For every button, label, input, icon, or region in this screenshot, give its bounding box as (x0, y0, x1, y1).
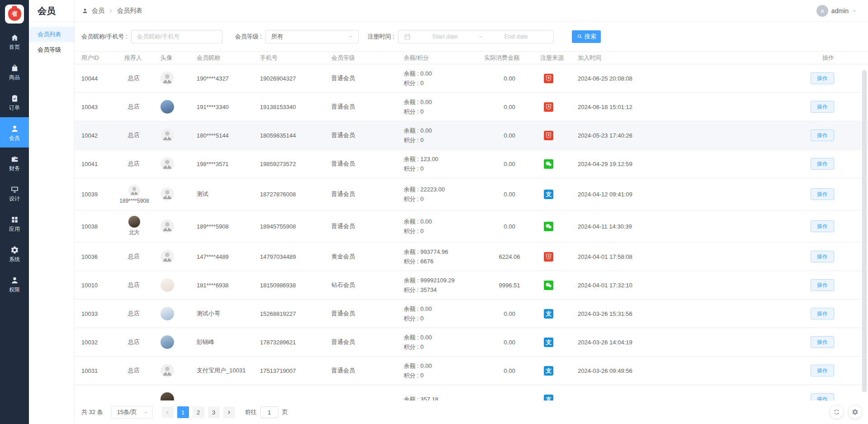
row-action-button[interactable]: 操作 (811, 251, 834, 262)
source-cell: 支 (535, 190, 578, 199)
referrer-cell: 总店 (124, 252, 160, 261)
sidebar-item-permission[interactable]: 权限 (0, 269, 29, 299)
join-time-cell: 2024-04-01 17:58:08 (578, 253, 646, 260)
goto-page: 前往 页 (245, 406, 288, 418)
consume-amount-cell: 0.00 (484, 367, 535, 374)
app-logo[interactable]: 省 (5, 5, 24, 24)
join-time-cell: 2024-03-26 15:31:56 (578, 310, 646, 317)
balance-text: 余额 : 0.00 (404, 304, 484, 314)
sidebar-item-home[interactable]: 首页 (0, 26, 29, 57)
user-menu[interactable]: a admin (816, 5, 857, 17)
sidebar-item-member[interactable]: 会员 (0, 117, 29, 148)
sidebar-item-apps[interactable]: 应用 (0, 208, 29, 238)
member-avatar (160, 187, 174, 201)
action-cell: 操作 (646, 188, 868, 200)
referrer-name (124, 396, 128, 401)
level-select[interactable]: 所有 (265, 30, 359, 43)
member-level-cell: 普通会员 (331, 131, 404, 139)
column-header-level: 会员等级 (331, 54, 404, 62)
sidebar-item-label: 系统 (9, 257, 20, 262)
refresh-fab-button[interactable] (830, 405, 844, 419)
column-header-time: 加入时间 (578, 54, 646, 62)
svg-text:5: 5 (548, 255, 550, 258)
breadcrumb: 会员 会员列表 (82, 7, 142, 15)
source-h5-icon: 5 (544, 74, 553, 83)
page-button-1[interactable]: 1 (177, 406, 189, 418)
source-wechat-icon (544, 159, 553, 169)
consume-amount-cell: 0.00 (484, 310, 535, 317)
settings-fab-button[interactable] (848, 405, 862, 419)
submenu-title: 会员 (29, 0, 74, 22)
balance-points-cell: 余额 : 123.00积分 : 0 (404, 154, 484, 173)
join-time-cell: 2024-04-11 14:30:39 (578, 223, 646, 230)
breadcrumb-item-members[interactable]: 会员 (92, 7, 104, 15)
prev-page-button[interactable] (162, 406, 174, 418)
end-date-input[interactable]: End date (484, 33, 548, 40)
row-action-button[interactable]: 操作 (811, 101, 834, 113)
vertical-scrollbar-thumb[interactable] (862, 70, 867, 392)
row-action-button[interactable]: 操作 (811, 336, 834, 348)
row-action-button[interactable]: 操作 (811, 220, 834, 232)
sidebar-item-order[interactable]: 订单 (0, 87, 29, 117)
search-button[interactable]: 搜索 (572, 30, 601, 43)
page-button-3[interactable]: 3 (208, 406, 220, 418)
sidebar-item-goods[interactable]: 商品 (0, 57, 29, 87)
avatar-cell (160, 250, 197, 263)
member-avatar (160, 278, 174, 292)
row-action-button[interactable]: 操作 (811, 279, 834, 291)
sidebar-item-finance[interactable]: 财务 (0, 148, 29, 178)
row-action-button[interactable]: 操作 (811, 308, 834, 319)
member-level-cell: 普通会员 (331, 103, 404, 111)
points-text: 积分 : 0 (404, 371, 484, 380)
nickname-filter-label: 会员昵称/手机号 : (81, 33, 127, 41)
system-icon (10, 246, 19, 254)
row-action-button[interactable]: 操作 (811, 158, 834, 170)
submenu-item-0[interactable]: 会员列表 (29, 27, 74, 42)
nickname-cell: 彭锦峰 (197, 338, 260, 346)
source-alipay-icon: 支 (544, 395, 553, 401)
goto-unit-label: 页 (282, 408, 288, 416)
row-action-button[interactable]: 操作 (811, 72, 834, 84)
row-action-button[interactable]: 操作 (811, 365, 834, 376)
sidebar-item-label: 订单 (9, 105, 20, 110)
total-count: 共 32 条 (81, 408, 103, 416)
row-action-button[interactable]: 操作 (811, 129, 834, 141)
pagination-bar: 共 32 条 15条/页 123 前往 页 (75, 400, 868, 424)
source-wechat-icon (544, 222, 553, 231)
breadcrumb-item-member-list[interactable]: 会员列表 (117, 7, 142, 15)
next-page-button[interactable] (223, 406, 235, 418)
sidebar-item-design[interactable]: 设计 (0, 178, 29, 208)
search-button-label: 搜索 (585, 33, 596, 41)
balance-text: 余额 : 99992109.29 (404, 276, 484, 285)
referrer-name: 总店 (124, 338, 140, 345)
balance-text: 余额 : 0.00 (404, 217, 484, 226)
topbar: 会员 会员列表 a admin (75, 0, 868, 22)
chevron-left-icon (165, 410, 170, 415)
table-body: 10044总店190****432719026904327普通会员余额 : 0.… (75, 64, 868, 400)
column-header-bal: 余额/积分 (404, 54, 484, 62)
consume-amount-cell: 0.00 (484, 104, 535, 110)
start-date-input[interactable]: Start date (413, 33, 477, 40)
search-icon (577, 33, 583, 39)
goto-page-input[interactable] (260, 406, 278, 418)
column-header-av: 头像 (160, 54, 197, 62)
page-button-2[interactable]: 2 (193, 406, 204, 418)
permission-icon (10, 276, 19, 285)
member-avatar (160, 219, 174, 233)
row-action-button[interactable]: 操作 (811, 393, 834, 400)
submenu-item-1[interactable]: 会员等级 (29, 42, 74, 57)
user-id-cell: 10010 (81, 282, 124, 289)
apps-icon (10, 215, 19, 224)
points-text: 积分 : 0 (404, 226, 484, 236)
date-range-picker[interactable]: Start date ~ End date (398, 30, 554, 43)
balance-points-cell: 余额 : 22223.00积分 : 0 (404, 185, 484, 204)
row-action-button[interactable]: 操作 (811, 188, 834, 200)
user-id-cell: 10044 (81, 75, 124, 82)
nickname-search-input[interactable] (131, 30, 222, 43)
page-size-select[interactable]: 15条/页 (111, 406, 153, 419)
join-time-cell: 2024-03-26 09:49:56 (578, 367, 646, 374)
source-alipay-icon: 支 (544, 309, 553, 319)
table-row: 10041总店198****357119859273572普通会员余额 : 12… (75, 150, 868, 178)
sidebar-item-system[interactable]: 系统 (0, 238, 29, 269)
points-text: 积分 : 0 (404, 342, 484, 352)
